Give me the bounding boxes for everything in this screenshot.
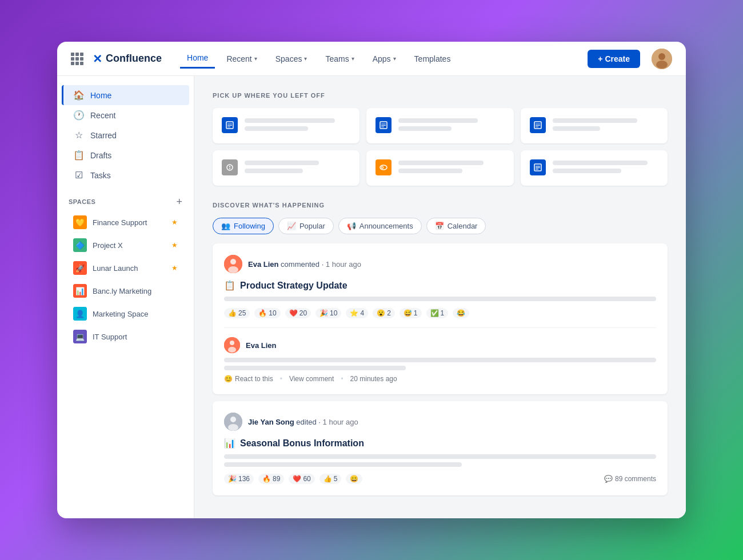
spaces-header: SPACES + bbox=[69, 197, 182, 207]
recent-card[interactable] bbox=[366, 150, 513, 186]
sidebar-home-label: Home bbox=[90, 91, 111, 100]
space-bancly-name: Banc.ly Marketing bbox=[93, 287, 178, 295]
recent-card[interactable] bbox=[521, 150, 668, 186]
space-avatar: 👤 bbox=[73, 307, 87, 321]
nav-templates[interactable]: Templates bbox=[408, 50, 458, 68]
reaction[interactable]: ❤️ 20 bbox=[285, 308, 311, 318]
reaction[interactable]: ✅ 1 bbox=[426, 308, 449, 318]
sidebar-item-home[interactable]: 🏠 Home bbox=[62, 85, 189, 105]
activity-card-2: Jie Yan Song edited · 1 hour ago 📊 Seaso… bbox=[213, 401, 668, 495]
app-name: Confluence bbox=[106, 53, 162, 65]
note-icon bbox=[376, 159, 392, 175]
svg-text:📊: 📊 bbox=[75, 286, 85, 296]
sidebar-item-starred[interactable]: ☆ Starred bbox=[62, 125, 189, 145]
reactions-2: 🎉 136 🔥 89 ❤️ 60 👍 5 😄 bbox=[224, 474, 362, 484]
tab-popular[interactable]: 📈 Popular bbox=[278, 218, 334, 234]
comments-count[interactable]: 💬 89 comments bbox=[604, 475, 656, 483]
sidebar-item-drafts[interactable]: 📋 Drafts bbox=[62, 145, 189, 165]
space-itsupport-name: IT Support bbox=[93, 333, 178, 341]
doc-icon bbox=[530, 117, 546, 133]
svg-point-44 bbox=[228, 424, 238, 431]
sidebar-drafts-label: Drafts bbox=[90, 151, 111, 160]
space-bancly[interactable]: 📊 Banc.ly Marketing bbox=[69, 280, 182, 302]
space-finance[interactable]: 💛 Finance Support ★ bbox=[69, 211, 182, 233]
reaction[interactable]: 🎉 136 bbox=[224, 474, 254, 484]
recent-card[interactable] bbox=[366, 108, 513, 143]
reaction[interactable]: 😅 1 bbox=[400, 308, 422, 318]
app-switcher-icon[interactable] bbox=[71, 53, 83, 65]
comment-section: Eva Lien 😊 React to this • View comment bbox=[224, 327, 656, 383]
recent-card[interactable] bbox=[213, 108, 359, 143]
tab-announcements[interactable]: 📢 Announcements bbox=[338, 218, 422, 234]
nav-home[interactable]: Home bbox=[180, 49, 215, 69]
space-lunar[interactable]: 🚀 Lunar Launch ★ bbox=[69, 257, 182, 279]
sidebar-item-tasks[interactable]: ☑ Tasks bbox=[62, 165, 189, 185]
chevron-down-icon: ▾ bbox=[254, 55, 257, 62]
top-nav: ✕ Confluence Home Recent ▾ Spaces ▾ Team… bbox=[57, 42, 686, 76]
chevron-down-icon: ▾ bbox=[393, 55, 396, 62]
reaction[interactable]: 😄 bbox=[346, 474, 362, 484]
doc-icon bbox=[222, 117, 238, 133]
reaction[interactable]: ⭐ 4 bbox=[346, 308, 368, 318]
article-title-2[interactable]: 📊 Seasonal Bonus Information bbox=[224, 438, 656, 449]
react-action[interactable]: 😊 React to this bbox=[224, 375, 273, 383]
reaction[interactable]: 👍 5 bbox=[319, 474, 342, 484]
doc-icon bbox=[530, 159, 546, 175]
nav-spaces[interactable]: Spaces ▾ bbox=[269, 50, 314, 68]
card-content bbox=[398, 117, 504, 134]
sidebar-tasks-label: Tasks bbox=[90, 171, 111, 180]
main-layout: 🏠 Home 🕐 Recent ☆ Starred 📋 Drafts ☑ Tas… bbox=[57, 76, 686, 518]
reaction[interactable]: 😮 2 bbox=[373, 308, 395, 318]
activity-card-1: Eva Lien commented · 1 hour ago 📋 Produc… bbox=[213, 243, 668, 394]
activity-footer: 🎉 136 🔥 89 ❤️ 60 👍 5 😄 💬 89 comments bbox=[224, 474, 656, 484]
comment-content bbox=[224, 358, 656, 370]
recent-card[interactable] bbox=[213, 150, 359, 186]
card-content bbox=[398, 159, 504, 177]
draft-icon: 📋 bbox=[73, 150, 85, 161]
avatar bbox=[224, 255, 242, 273]
tab-following[interactable]: 👥 Following bbox=[213, 218, 274, 234]
logo-icon: ✕ bbox=[93, 52, 102, 66]
recent-card[interactable] bbox=[521, 108, 668, 143]
star-filled-icon: ★ bbox=[171, 241, 178, 249]
calendar-icon: 📅 bbox=[435, 222, 444, 230]
logo[interactable]: ✕ Confluence bbox=[93, 52, 162, 66]
space-avatar: 💻 bbox=[73, 330, 87, 343]
add-space-button[interactable]: + bbox=[176, 197, 182, 207]
svg-point-29 bbox=[229, 168, 230, 169]
svg-point-41 bbox=[228, 347, 236, 353]
reaction[interactable]: 🔥 89 bbox=[258, 474, 284, 484]
reaction[interactable]: 😂 bbox=[453, 308, 469, 318]
activity-meta: Jie Yan Song edited · 1 hour ago bbox=[248, 418, 358, 426]
chevron-down-icon: ▾ bbox=[351, 55, 354, 62]
reaction[interactable]: 👍 25 bbox=[224, 308, 250, 318]
view-comment-action[interactable]: View comment bbox=[289, 375, 334, 383]
nav-recent[interactable]: Recent ▾ bbox=[219, 50, 263, 68]
svg-point-31 bbox=[382, 166, 384, 169]
space-marketing[interactable]: 👤 Marketing Space bbox=[69, 303, 182, 325]
space-projectx[interactable]: 🔷 Project X ★ bbox=[69, 234, 182, 256]
tab-calendar[interactable]: 📅 Calendar bbox=[426, 218, 486, 234]
sidebar-item-recent[interactable]: 🕐 Recent bbox=[62, 105, 189, 125]
reaction[interactable]: 🎉 10 bbox=[315, 308, 341, 318]
svg-text:🔷: 🔷 bbox=[75, 241, 85, 250]
svg-text:👤: 👤 bbox=[75, 309, 85, 319]
star-filled-icon: ★ bbox=[171, 218, 178, 226]
reaction[interactable]: ❤️ 60 bbox=[289, 474, 314, 484]
comment-actions: 😊 React to this • View comment • 20 minu… bbox=[224, 375, 656, 383]
main-content: PICK UP WHERE YOU LEFT OFF bbox=[194, 76, 686, 518]
star-filled-icon: ★ bbox=[171, 264, 178, 272]
nav-teams[interactable]: Teams ▾ bbox=[318, 50, 361, 68]
article-title[interactable]: 📋 Product Strategy Update bbox=[224, 280, 656, 291]
react-icon: 😊 bbox=[224, 375, 233, 383]
space-itsupport[interactable]: 💻 IT Support bbox=[69, 326, 182, 347]
reaction[interactable]: 🔥 10 bbox=[254, 308, 280, 318]
card-content bbox=[245, 117, 350, 134]
nav-apps[interactable]: Apps ▾ bbox=[366, 50, 403, 68]
user-avatar[interactable] bbox=[652, 49, 672, 69]
star-icon: ☆ bbox=[73, 130, 85, 141]
clock-icon: 🕐 bbox=[73, 110, 85, 121]
create-button[interactable]: + Create bbox=[588, 50, 640, 68]
space-lunar-name: Lunar Launch bbox=[93, 264, 166, 273]
doc-icon bbox=[376, 117, 392, 133]
